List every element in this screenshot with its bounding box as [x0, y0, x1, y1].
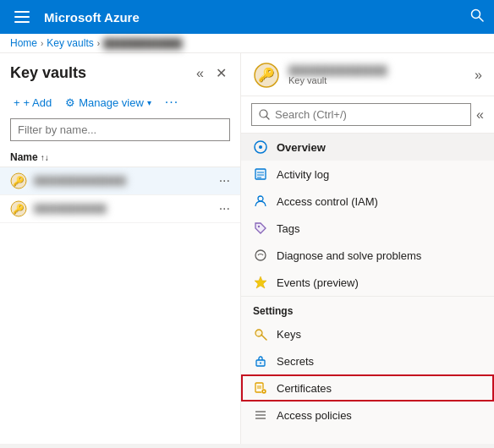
events-icon	[253, 275, 268, 290]
secrets-icon	[253, 353, 268, 369]
sidebar-item-label: Certificates	[277, 382, 332, 395]
sidebar-item-iam[interactable]: Access control (IAM)	[241, 188, 494, 215]
svg-text:🔑: 🔑	[13, 175, 25, 187]
keyvault-icon: 🔑	[10, 172, 27, 189]
svg-rect-1	[14, 16, 30, 18]
sort-icon[interactable]: ↑↓	[41, 153, 49, 162]
svg-rect-2	[14, 21, 30, 23]
sidebar-item-tags[interactable]: Tags	[241, 215, 494, 242]
topbar: Microsoft Azure	[0, 0, 494, 34]
svg-text:🔑: 🔑	[258, 67, 275, 83]
sidebar-item-events[interactable]: Events (preview)	[241, 269, 494, 296]
keys-icon	[253, 326, 268, 341]
right-panel: 🔑 ███████████████ Key vault » «	[241, 53, 494, 444]
list-items: 🔑 ██████████████ ··· 🔑 ███████████ ···	[0, 167, 240, 444]
filter-input[interactable]	[10, 118, 230, 141]
svg-text:🔑: 🔑	[13, 203, 25, 215]
svg-line-4	[480, 18, 484, 22]
sidebar-item-label: Access control (IAM)	[277, 195, 378, 208]
sidebar-item-diagnose[interactable]: Diagnose and solve problems	[241, 242, 494, 269]
sidebar-item-label: Overview	[277, 141, 326, 154]
sidebar-item-label: Access policies	[277, 409, 352, 422]
tags-icon	[253, 221, 268, 236]
search-input[interactable]	[275, 108, 464, 121]
filter-input-wrap	[0, 118, 240, 148]
sidebar-item-label: Secrets	[277, 355, 314, 368]
vault-name: ███████████████	[288, 65, 387, 75]
sidebar-item-label: Diagnose and solve problems	[277, 249, 421, 262]
breadcrumb-home[interactable]: Home	[10, 37, 37, 49]
search-bar-wrap: «	[241, 96, 494, 134]
sidebar-item-label: Tags	[277, 222, 299, 235]
search-icon	[259, 109, 270, 120]
collapse-right-panel-btn[interactable]: »	[475, 68, 482, 83]
svg-line-24	[261, 335, 266, 340]
list-header: Name ↑↓	[0, 148, 240, 167]
right-panel-kv-icon: 🔑	[253, 62, 280, 89]
search-bar	[251, 103, 471, 126]
sidebar-item-secrets[interactable]: Secrets	[241, 347, 494, 374]
main-content: Key vaults « ✕ + + Add ⚙ Manage view ▾ ·…	[0, 53, 494, 444]
breadcrumb-keyvaults[interactable]: Key vaults	[47, 37, 93, 49]
manage-view-button[interactable]: ⚙ Manage view ▾	[62, 95, 155, 111]
iam-icon	[253, 194, 268, 209]
chevron-down-icon: ▾	[147, 98, 151, 107]
app-title: Microsoft Azure	[44, 10, 460, 25]
list-item-more-btn[interactable]: ···	[219, 201, 230, 216]
right-panel-info: ███████████████ Key vault	[288, 65, 387, 85]
list-item-more-btn[interactable]: ···	[219, 173, 230, 188]
left-panel-title: Key vaults	[10, 64, 86, 82]
keyvault-icon: 🔑	[10, 200, 27, 217]
left-panel-toolbar: + + Add ⚙ Manage view ▾ ···	[0, 90, 240, 118]
breadcrumb: Home › Key vaults › ████████████	[0, 34, 494, 53]
nav-items: Overview Activity log	[241, 134, 494, 444]
breadcrumb-current: ████████████	[103, 38, 183, 48]
access-policies-icon	[253, 407, 268, 423]
sidebar-item-certificates[interactable]: Certificates	[241, 374, 494, 402]
list-item-name: ███████████	[34, 204, 212, 214]
svg-point-19	[258, 196, 263, 201]
collapse-search-btn[interactable]: «	[476, 107, 484, 123]
add-button[interactable]: + + Add	[10, 95, 55, 111]
gear-icon: ⚙	[65, 96, 75, 109]
sidebar-item-activitylog[interactable]: Activity log	[241, 161, 494, 188]
more-options-button[interactable]: ···	[162, 93, 182, 112]
svg-marker-22	[255, 276, 266, 288]
list-item[interactable]: 🔑 ███████████ ···	[0, 195, 240, 223]
sidebar-item-label: Activity log	[277, 168, 329, 181]
right-panel-header: 🔑 ███████████████ Key vault »	[241, 53, 494, 96]
topbar-search-icon[interactable]	[470, 8, 484, 25]
left-panel-header: Key vaults « ✕	[0, 53, 240, 90]
svg-point-20	[258, 226, 260, 227]
left-panel: Key vaults « ✕ + + Add ⚙ Manage view ▾ ·…	[0, 53, 241, 444]
sidebar-item-overview[interactable]: Overview	[241, 134, 494, 161]
certificates-icon	[253, 380, 268, 396]
svg-line-12	[266, 117, 269, 119]
hamburger-menu[interactable]	[10, 5, 34, 29]
sidebar-item-keys[interactable]: Keys	[241, 320, 494, 347]
svg-point-21	[255, 250, 266, 260]
svg-point-14	[259, 145, 262, 149]
list-item-name: ██████████████	[34, 176, 212, 186]
svg-rect-0	[14, 11, 30, 13]
sidebar-item-label: Keys	[277, 328, 301, 341]
plus-icon: +	[14, 96, 20, 109]
activitylog-icon	[253, 167, 268, 182]
sidebar-item-accesspolicies[interactable]: Access policies	[241, 402, 494, 429]
column-name-label: Name ↑↓	[10, 151, 49, 163]
left-panel-actions: « ✕	[193, 63, 230, 83]
list-item[interactable]: 🔑 ██████████████ ···	[0, 167, 240, 195]
overview-icon	[253, 139, 268, 155]
collapse-left-panel-btn[interactable]: «	[193, 64, 207, 83]
sidebar-item-label: Events (preview)	[277, 276, 359, 289]
vault-type: Key vault	[288, 75, 387, 85]
diagnose-icon	[253, 248, 268, 263]
close-left-panel-btn[interactable]: ✕	[212, 63, 230, 83]
settings-section-label: Settings	[241, 296, 494, 320]
svg-point-26	[260, 363, 261, 364]
